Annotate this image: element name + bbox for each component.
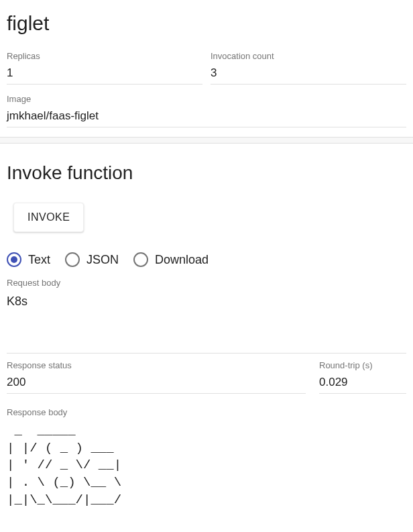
image-label: Image xyxy=(7,94,406,104)
round-trip-value: 0.029 xyxy=(319,373,406,394)
response-status-label: Response status xyxy=(7,360,306,370)
mode-radio-download[interactable]: Download xyxy=(133,252,209,267)
image-field: Image jmkhael/faas-figlet xyxy=(7,94,406,127)
radio-icon xyxy=(65,252,80,267)
mode-radio-json-label: JSON xyxy=(86,253,119,267)
invocation-value: 3 xyxy=(211,64,406,85)
invoke-button[interactable]: INVOKE xyxy=(13,203,84,232)
invocation-field: Invocation count 3 xyxy=(211,51,406,85)
request-body-field[interactable]: Request body K8s xyxy=(7,278,406,313)
round-trip-label: Round-trip (s) xyxy=(319,360,406,370)
request-body-label: Request body xyxy=(7,278,406,288)
radio-icon xyxy=(133,252,148,267)
response-body-field: Response body _ _____ | |/ ( _ ) ___ | '… xyxy=(7,407,406,509)
image-value: jmkhael/faas-figlet xyxy=(7,107,406,127)
response-body-label: Response body xyxy=(7,407,406,417)
mode-radio-group: Text JSON Download xyxy=(7,252,406,267)
replicas-label: Replicas xyxy=(7,51,202,61)
section-divider xyxy=(0,137,413,144)
radio-icon xyxy=(7,252,21,267)
replicas-field: Replicas 1 xyxy=(7,51,202,85)
response-status-value: 200 xyxy=(7,373,306,394)
request-body-value[interactable]: K8s xyxy=(7,290,406,313)
mode-radio-text[interactable]: Text xyxy=(7,252,50,267)
invoke-heading: Invoke function xyxy=(7,162,406,184)
function-name: figlet xyxy=(7,12,406,35)
response-body-value: _ _____ | |/ ( _ ) ___ | ' // _ \/ __| |… xyxy=(7,423,406,509)
mode-radio-download-label: Download xyxy=(155,253,209,267)
invocation-label: Invocation count xyxy=(211,51,406,61)
replicas-value: 1 xyxy=(7,64,202,85)
round-trip-field: Round-trip (s) 0.029 xyxy=(319,360,406,394)
response-status-field: Response status 200 xyxy=(7,360,306,394)
mode-radio-text-label: Text xyxy=(28,253,50,267)
mode-radio-json[interactable]: JSON xyxy=(65,252,119,267)
